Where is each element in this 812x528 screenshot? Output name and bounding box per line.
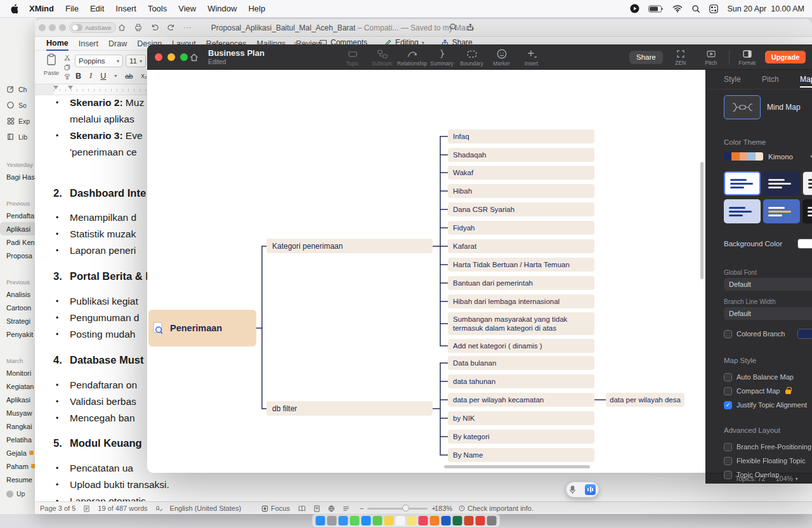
sidebar-nav-item[interactable]: So (0, 97, 37, 113)
mindmap-topic[interactable]: By Name (448, 448, 594, 462)
history-item[interactable]: Aplikasi (0, 393, 37, 406)
calendar-dock-icon[interactable] (396, 516, 405, 525)
powerpoint-dock-icon[interactable] (464, 516, 474, 525)
structure-thumbnail[interactable] (724, 95, 761, 119)
mail-dock-icon[interactable] (362, 516, 371, 525)
mindmap-canvas[interactable]: Penerimaan Kategori penerimaan db filter… (147, 70, 705, 473)
history-item[interactable]: Monitori (0, 366, 37, 380)
sidebar-nav-item[interactable]: Exp (0, 113, 37, 129)
menu-item[interactable]: Help (248, 4, 265, 13)
music-dock-icon[interactable] (419, 516, 428, 525)
checkbox[interactable] (724, 457, 732, 465)
home-icon[interactable] (189, 52, 199, 62)
minimize-icon[interactable] (167, 53, 175, 61)
launchpad-dock-icon[interactable] (327, 516, 337, 525)
font-size-select[interactable]: 11▾ (126, 55, 146, 67)
history-item[interactable]: Strategi (0, 314, 37, 327)
close-icon[interactable] (39, 24, 46, 31)
close-icon[interactable] (155, 53, 162, 61)
print-layout-icon[interactable] (313, 505, 320, 512)
mindmap-topic[interactable]: Harta Tidak Bertuan / Harta Temuan (448, 258, 594, 272)
page-count[interactable]: Page 3 of 5 (40, 505, 75, 512)
firefox-dock-icon[interactable] (430, 516, 440, 525)
subtopic-button[interactable]: Subtopic (367, 46, 397, 67)
maps-dock-icon[interactable] (373, 516, 383, 525)
format-panel-button[interactable]: Format (735, 49, 760, 66)
history-item[interactable]: Kegiatan (0, 380, 37, 393)
history-item[interactable]: Cartoon (0, 301, 37, 314)
more-options-icon[interactable]: ··· (183, 23, 192, 31)
mindmap-topic[interactable]: Wakaf (448, 166, 594, 180)
mindmap-topic[interactable]: Fidyah (448, 221, 594, 235)
menu-item[interactable]: Window (207, 4, 237, 13)
checkbox[interactable]: ✓ (724, 401, 732, 409)
history-item[interactable]: Penyakit (0, 327, 37, 341)
apple-menu-icon[interactable] (9, 4, 18, 14)
mindmap-topic[interactable]: Sumbangan masyarakat yang tidak termasuk… (448, 312, 594, 335)
branch-line-width-select[interactable]: Default (724, 307, 812, 320)
history-item[interactable]: Bagi Has (0, 170, 37, 183)
marker-button[interactable]: Marker (487, 46, 516, 67)
history-item[interactable]: Pendafta (0, 209, 37, 222)
mindmap-topic[interactable]: Bantuan dari pemerintah (448, 276, 594, 290)
ribbon-tab-insert[interactable]: Insert (79, 39, 98, 48)
theme-select[interactable]: Kimono▾ (768, 151, 812, 162)
zoom-out-icon[interactable]: − (360, 505, 363, 512)
undo-icon[interactable] (150, 23, 159, 32)
read-mode-icon[interactable] (298, 505, 306, 512)
mindmap-topic[interactable]: Dana CSR Syariah (448, 202, 594, 216)
accessibility-notice[interactable]: Check important info. (459, 502, 534, 515)
history-item[interactable]: Resume (0, 473, 37, 486)
spellcheck-icon[interactable] (155, 505, 162, 512)
spotlight-search-icon[interactable] (691, 4, 700, 13)
settings-dock-icon[interactable] (487, 516, 497, 525)
map-title-block[interactable]: Business Plan Edited (208, 48, 265, 65)
relationship-button[interactable]: Relationship (397, 46, 427, 67)
menu-item[interactable]: View (178, 4, 196, 13)
history-item[interactable]: Aplikasi (0, 222, 37, 235)
theme-card[interactable] (763, 171, 800, 195)
mindmap-topic[interactable]: Shadaqah (448, 148, 594, 162)
battery-icon[interactable] (648, 5, 664, 13)
notes-dock-icon[interactable] (407, 516, 417, 525)
font-name-select[interactable]: Poppins▾ (75, 55, 123, 67)
ribbon-tab-home[interactable]: Home (46, 37, 69, 51)
theme-color-strip[interactable] (724, 152, 763, 161)
excel-dock-icon[interactable] (453, 516, 462, 525)
sidebar-nav-item[interactable]: Ch (0, 81, 37, 97)
history-item[interactable]: Analisis (0, 287, 37, 301)
menu-item[interactable]: File (65, 4, 79, 13)
zen-mode-button[interactable]: ZEN (668, 49, 693, 66)
mindmap-topic[interactable]: Add net kategori ( dinamis ) (448, 339, 594, 353)
mindmap-topic[interactable]: Kafarat (448, 239, 594, 253)
paste-button[interactable]: Paste (40, 53, 63, 77)
focus-button[interactable]: Focus (261, 502, 290, 515)
bold-button[interactable]: B (75, 72, 81, 81)
word-count[interactable]: 19 of 487 words (98, 505, 147, 512)
xmind-dock-icon[interactable] (476, 516, 485, 525)
mindmap-root-topic[interactable]: Penerimaan (148, 310, 256, 346)
redo-icon[interactable] (167, 23, 176, 32)
theme-card[interactable] (724, 199, 761, 223)
underline-button[interactable]: U (100, 72, 106, 81)
dictation-widget[interactable] (566, 482, 599, 498)
strikethrough-button[interactable]: ab (125, 72, 133, 80)
history-item[interactable]: Pelatiha (0, 433, 37, 446)
control-center-icon[interactable] (709, 4, 718, 13)
theme-card[interactable] (802, 199, 812, 223)
vertical-scrollbar[interactable] (700, 162, 704, 279)
panel-tab-pitch[interactable]: Pitch (762, 75, 779, 84)
zoom-window-icon[interactable] (59, 24, 66, 31)
indent-marker[interactable] (53, 86, 58, 89)
underline-style-chevron-icon[interactable]: ▾ (114, 73, 117, 79)
messages-dock-icon[interactable] (350, 516, 360, 525)
mindmap-topic[interactable]: Hibah (448, 184, 594, 198)
mindmap-topic[interactable]: data per wilayah kecamatan (448, 393, 594, 407)
italic-button[interactable]: I (89, 71, 92, 81)
colored-branch-swatch[interactable] (797, 329, 812, 339)
zoom-slider-knob[interactable] (402, 505, 409, 512)
draft-view-icon[interactable] (343, 505, 350, 512)
history-item[interactable]: Musyaw (0, 406, 37, 419)
language-label[interactable]: English (United States) (170, 505, 242, 512)
insert-button[interactable]: Insert (516, 46, 546, 67)
